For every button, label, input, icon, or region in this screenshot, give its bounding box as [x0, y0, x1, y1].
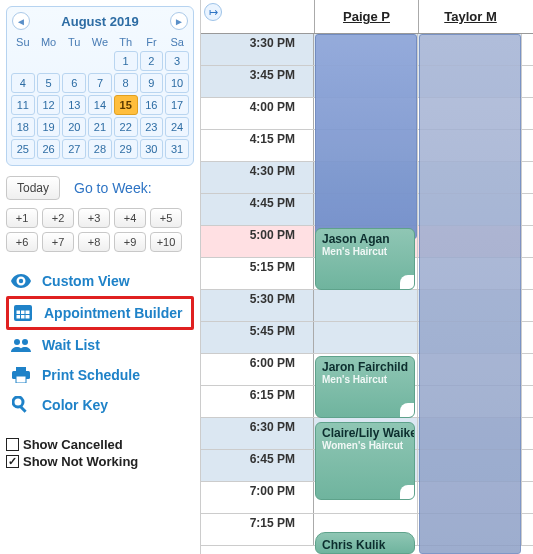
- busy-block[interactable]: [315, 34, 417, 239]
- check-label: Show Cancelled: [23, 437, 123, 452]
- appointment-service: Men's Haircut: [322, 246, 408, 257]
- cal-day[interactable]: 21: [88, 117, 112, 137]
- busy-block[interactable]: [419, 34, 521, 554]
- cal-day[interactable]: 26: [37, 139, 61, 159]
- cal-day[interactable]: 17: [165, 95, 189, 115]
- cal-day[interactable]: 1: [114, 51, 138, 71]
- cal-day[interactable]: 30: [140, 139, 164, 159]
- cal-dow: Tu: [61, 34, 87, 50]
- nav-label: Wait List: [42, 337, 100, 353]
- cal-prev-button[interactable]: ◄: [12, 12, 30, 30]
- svg-rect-9: [16, 367, 26, 371]
- svg-point-0: [19, 279, 23, 283]
- today-button[interactable]: Today: [6, 176, 60, 200]
- week-offset-button[interactable]: +2: [42, 208, 74, 228]
- cal-day[interactable]: 16: [140, 95, 164, 115]
- week-offset-button[interactable]: +7: [42, 232, 74, 252]
- schedule-header: ↦ Paige P Taylor M: [201, 0, 533, 34]
- cal-dow: Sa: [164, 34, 190, 50]
- week-offset-button[interactable]: +8: [78, 232, 110, 252]
- cal-title[interactable]: August 2019: [36, 14, 164, 29]
- schedule-cell[interactable]: [314, 322, 418, 353]
- time-label: 5:15 PM: [201, 258, 314, 289]
- week-offset-button[interactable]: +6: [6, 232, 38, 252]
- cal-day[interactable]: 14: [88, 95, 112, 115]
- cal-day[interactable]: 15: [114, 95, 138, 115]
- cal-day[interactable]: 12: [37, 95, 61, 115]
- svg-rect-11: [16, 376, 26, 383]
- cal-dow: Mo: [36, 34, 62, 50]
- staff-column-header[interactable]: Paige P: [314, 0, 418, 33]
- dogear-icon: [400, 403, 415, 418]
- expand-left-button[interactable]: ↦: [204, 3, 222, 21]
- schedule-panel: ↦ Paige P Taylor M 3:30 PM3:45 PM4:00 PM…: [200, 0, 533, 554]
- appointment[interactable]: Jaron FairchildMen's Haircut: [315, 356, 415, 418]
- nav-label: Color Key: [42, 397, 108, 413]
- mini-calendar: ◄ August 2019 ► SuMoTuWeThFrSa 123456789…: [6, 6, 194, 166]
- cal-dow: Su: [10, 34, 36, 50]
- cal-day[interactable]: 7: [88, 73, 112, 93]
- cal-day[interactable]: 11: [11, 95, 35, 115]
- show-cancelled-toggle[interactable]: Show Cancelled: [6, 436, 194, 453]
- cal-day[interactable]: 5: [37, 73, 61, 93]
- week-offset-button[interactable]: +9: [114, 232, 146, 252]
- appointment-client: Chris Kulik: [322, 538, 408, 552]
- nav-label: Custom View: [42, 273, 130, 289]
- cal-day[interactable]: 28: [88, 139, 112, 159]
- cal-dow: We: [87, 34, 113, 50]
- cal-day[interactable]: 10: [165, 73, 189, 93]
- cal-next-button[interactable]: ►: [170, 12, 188, 30]
- appointment[interactable]: Chris Kulik: [315, 532, 415, 554]
- nav-builder[interactable]: Appointment Builder: [6, 296, 194, 330]
- nav-color[interactable]: Color Key: [6, 390, 194, 420]
- appointment[interactable]: Claire/Lily WaikelWomen's Haircut: [315, 422, 415, 500]
- cal-day[interactable]: 27: [62, 139, 86, 159]
- cal-day[interactable]: 23: [140, 117, 164, 137]
- cal-day[interactable]: 6: [62, 73, 86, 93]
- cal-day[interactable]: 4: [11, 73, 35, 93]
- week-offset-button[interactable]: +1: [6, 208, 38, 228]
- schedule-cell[interactable]: [314, 290, 418, 321]
- time-label: 4:00 PM: [201, 98, 314, 129]
- appointment-client: Jason Agan: [322, 232, 408, 246]
- schedule-body[interactable]: 3:30 PM3:45 PM4:00 PM4:15 PM4:30 PM4:45 …: [201, 34, 533, 554]
- cal-day[interactable]: 24: [165, 117, 189, 137]
- nav-label: Print Schedule: [42, 367, 140, 383]
- staff-column-header[interactable]: Taylor M: [418, 0, 522, 33]
- cal-day[interactable]: 31: [165, 139, 189, 159]
- week-offset-button[interactable]: +3: [78, 208, 110, 228]
- show-not-working-toggle[interactable]: ✓ Show Not Working: [6, 453, 194, 470]
- svg-point-7: [14, 339, 20, 345]
- cal-day[interactable]: 9: [140, 73, 164, 93]
- nav-list: Custom ViewAppointment BuilderWait ListP…: [6, 266, 194, 420]
- cal-day[interactable]: 20: [62, 117, 86, 137]
- cal-day[interactable]: 13: [62, 95, 86, 115]
- week-offset-button[interactable]: +10: [150, 232, 182, 252]
- week-offset-button[interactable]: +5: [150, 208, 182, 228]
- eye-icon: [10, 272, 32, 290]
- check-label: Show Not Working: [23, 454, 138, 469]
- appointment-service: Women's Haircut: [322, 440, 408, 451]
- nav-print[interactable]: Print Schedule: [6, 360, 194, 390]
- cal-day[interactable]: 25: [11, 139, 35, 159]
- time-label: 5:00 PM: [201, 226, 314, 257]
- time-label: 4:15 PM: [201, 130, 314, 161]
- cal-day[interactable]: 2: [140, 51, 164, 71]
- appointment[interactable]: Jason AganMen's Haircut: [315, 228, 415, 290]
- time-label: 4:45 PM: [201, 194, 314, 225]
- time-label: 6:15 PM: [201, 386, 314, 417]
- cal-day[interactable]: 22: [114, 117, 138, 137]
- cal-day[interactable]: 18: [11, 117, 35, 137]
- print-icon: [10, 366, 32, 384]
- cal-day[interactable]: 29: [114, 139, 138, 159]
- cal-day[interactable]: 3: [165, 51, 189, 71]
- time-label: 5:45 PM: [201, 322, 314, 353]
- week-offset-button[interactable]: +4: [114, 208, 146, 228]
- cal-day[interactable]: 8: [114, 73, 138, 93]
- nav-wait[interactable]: Wait List: [6, 330, 194, 360]
- time-label: 7:00 PM: [201, 482, 314, 513]
- nav-custom[interactable]: Custom View: [6, 266, 194, 296]
- cal-day[interactable]: 19: [37, 117, 61, 137]
- goto-week-label: Go to Week:: [74, 180, 152, 196]
- nav-label: Appointment Builder: [44, 305, 182, 321]
